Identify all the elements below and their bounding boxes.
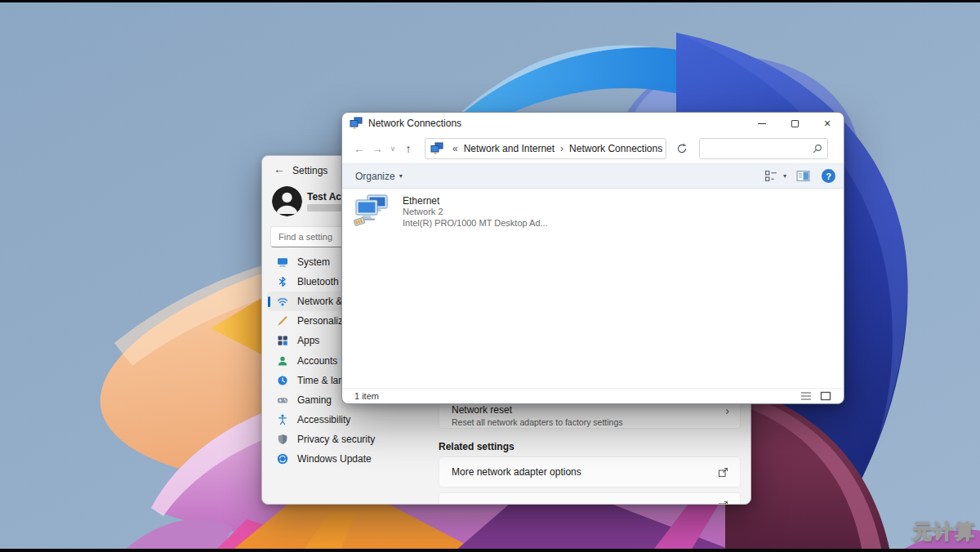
nav-back-icon[interactable]: ←: [350, 139, 368, 158]
file-item-text: EthernetNetwork 2Intel(R) PRO/1000 MT De…: [403, 194, 548, 229]
maximize-button[interactable]: [778, 114, 811, 133]
refresh-icon[interactable]: [672, 139, 692, 158]
windows-update-icon: [277, 453, 288, 465]
accessibility-icon: [277, 414, 288, 425]
person-icon: [272, 186, 302, 216]
file-item-ethernet[interactable]: EthernetNetwork 2Intel(R) PRO/1000 MT De…: [354, 194, 548, 229]
external-link-icon: [718, 501, 728, 505]
accounts-icon: [277, 355, 288, 367]
preview-pane-icon[interactable]: [793, 170, 813, 182]
explorer-toolbar: Organize ▾ ▾ ?: [342, 163, 844, 189]
breadcrumb-segment[interactable]: Network Connections: [568, 143, 664, 154]
file-item-name: Ethernet: [403, 195, 548, 207]
apps-icon: [277, 335, 288, 346]
personalization-icon: [277, 315, 288, 327]
external-link-icon: [718, 467, 728, 478]
sidebar-item-label: Privacy & security: [297, 434, 375, 445]
settings-window-title: Settings: [292, 165, 327, 176]
organize-label: Organize: [355, 171, 395, 182]
bluetooth-icon: [277, 276, 288, 287]
partial-settings-card[interactable]: [439, 492, 741, 505]
more-adapter-options-card[interactable]: More network adapter options: [439, 456, 741, 487]
network-connections-window: Network Connections × ← → ∨ ↑ «Network a…: [341, 112, 844, 404]
explorer-statusbar: 1 item: [342, 388, 844, 403]
help-icon[interactable]: ?: [822, 169, 835, 183]
explorer-navbar: ← → ∨ ↑ «Network and Internet›Network Co…: [342, 134, 844, 163]
minimize-button[interactable]: [746, 114, 778, 133]
change-view-dropdown-icon[interactable]: ▾: [782, 172, 793, 180]
breadcrumb-separator-icon: ›: [556, 143, 568, 154]
explorer-file-list: EthernetNetwork 2Intel(R) PRO/1000 MT De…: [342, 189, 844, 388]
breadcrumb-segment[interactable]: Network and Internet: [462, 143, 556, 154]
letterbox-top: [0, 0, 980, 2]
network-connections-icon: [350, 117, 363, 130]
file-item-adapter: Intel(R) PRO/1000 MT Desktop Ad...: [403, 218, 548, 229]
ethernet-adapter-icon: [354, 194, 390, 226]
organize-dropdown-icon: ▾: [399, 172, 403, 180]
privacy-icon: [277, 434, 288, 445]
chevron-right-icon: ›: [725, 407, 729, 415]
file-item-network: Network 2: [403, 207, 548, 218]
watermark-text: 元计算: [912, 519, 976, 545]
back-arrow-icon[interactable]: ←: [274, 162, 285, 176]
system-icon: [277, 256, 288, 268]
close-button[interactable]: ×: [811, 114, 844, 133]
nav-recent-chevron-icon[interactable]: ∨: [386, 139, 399, 158]
explorer-search-input[interactable]: [705, 143, 812, 154]
breadcrumb-separator-icon: ›: [664, 143, 666, 154]
breadcrumb[interactable]: «Network and Internet›Network Connection…: [425, 138, 666, 159]
sidebar-item-label: Accounts: [297, 355, 337, 367]
more-adapter-options-label: More network adapter options: [452, 466, 718, 478]
nav-up-icon[interactable]: ↑: [399, 139, 417, 158]
sidebar-item-label: Gaming: [297, 394, 332, 406]
explorer-window-title: Network Connections: [368, 118, 746, 129]
change-view-icon[interactable]: [761, 170, 782, 182]
time-language-icon: [277, 375, 288, 386]
nav-forward-icon[interactable]: →: [368, 139, 386, 158]
related-settings-heading: Related settings: [439, 441, 514, 452]
sidebar-item-label: Apps: [297, 335, 319, 346]
explorer-titlebar: Network Connections ×: [342, 113, 844, 134]
network-icon: [277, 296, 288, 307]
search-icon: [812, 144, 822, 154]
explorer-search-box[interactable]: [699, 138, 828, 159]
network-reset-subtitle: Reset all network adapters to factory se…: [452, 417, 728, 427]
breadcrumb-location-icon: [430, 142, 443, 155]
organize-button[interactable]: Organize ▾: [350, 168, 408, 185]
letterbox-bottom: [0, 549, 980, 552]
thumbnail-view-icon[interactable]: [816, 391, 835, 401]
sidebar-item-label: System: [297, 256, 330, 268]
network-reset-title: Network reset: [452, 404, 728, 416]
gaming-icon: [277, 394, 288, 406]
details-view-icon[interactable]: [796, 391, 816, 401]
sidebar-item-label: Accessibility: [297, 414, 350, 425]
account-avatar[interactable]: [272, 186, 302, 216]
desktop: ← Settings Test Account SystemBluetooth …: [0, 0, 980, 552]
item-count: 1 item: [354, 391, 796, 401]
sidebar-item-label: Windows Update: [297, 453, 372, 465]
breadcrumb-overflow-icon[interactable]: «: [448, 143, 462, 154]
